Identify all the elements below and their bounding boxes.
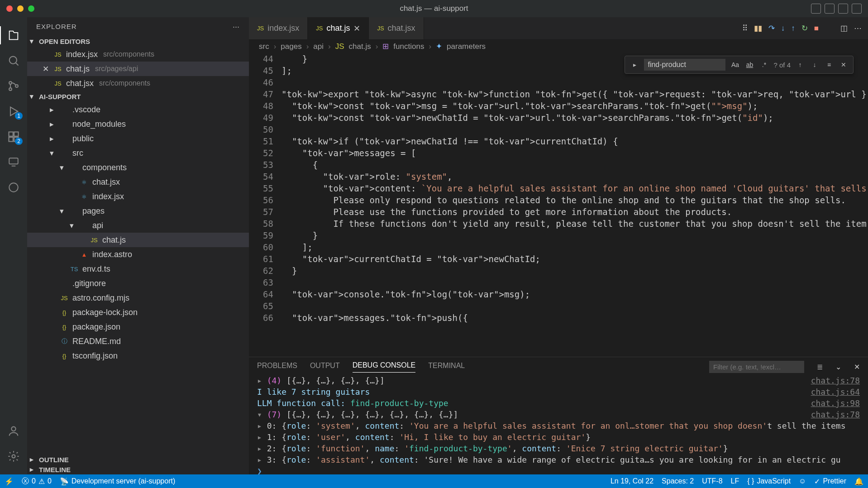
editor-tabs: JS index.jsxJS chat.js✕JS chat.jsx ⠿ ▮▮ … (249, 17, 868, 40)
panel-clear-icon[interactable]: ≣ (817, 363, 823, 371)
tab-output[interactable]: OUTPUT (310, 362, 340, 373)
debug-line[interactable]: ▾ (7) [{…}, {…}, {…}, {…}, {…}, {…}, {…}… (257, 409, 860, 420)
editor-content[interactable]: }];"tok-kw">export "tok-kw">async "tok-k… (281, 53, 868, 357)
file-item[interactable]: {} tsconfig.json (27, 349, 249, 363)
file-icon: ⚛ (80, 193, 89, 200)
folder-item[interactable]: ▾ api (27, 218, 249, 233)
tab-debug-console[interactable]: DEBUG CONSOLE (353, 361, 416, 373)
drag-handle-icon[interactable]: ⠿ (742, 24, 748, 33)
encoding-status[interactable]: UTF-8 (702, 477, 722, 485)
indentation-status[interactable]: Spaces: 2 (662, 477, 694, 485)
debug-line[interactable]: I like 7 string guitarschat.js:64 (257, 386, 860, 397)
file-item[interactable]: ▲ index.astro (27, 247, 249, 262)
maximize-window[interactable] (28, 5, 34, 12)
debug-restart-icon[interactable]: ↻ (801, 24, 808, 33)
debug-line[interactable]: ▸ 3: {role: 'assistant', content: 'Sure!… (257, 454, 860, 465)
split-editor-icon[interactable]: ◫ (840, 24, 848, 33)
open-editors-header[interactable]: ▾ OPEN EDITORS (27, 36, 249, 46)
file-icon: ⚛ (80, 179, 89, 186)
panel-collapse-icon[interactable]: ⌄ (835, 363, 841, 371)
tab-terminal[interactable]: TERMINAL (428, 362, 465, 373)
run-debug-icon[interactable]: 1 (0, 99, 27, 124)
accounts-icon[interactable] (0, 418, 27, 444)
search-icon[interactable] (0, 48, 27, 73)
panel-filter-input[interactable] (709, 361, 804, 373)
layout-sidebar-right-icon[interactable] (838, 4, 848, 14)
folder-item[interactable]: ▸ .vscode (27, 102, 249, 117)
more-actions-icon[interactable]: ⋯ (854, 24, 862, 33)
file-icon: JS (90, 237, 99, 244)
edge-icon[interactable] (0, 175, 27, 200)
debug-line[interactable]: LLM function call: find-product-by-typec… (257, 397, 860, 409)
source-control-icon[interactable] (0, 73, 27, 99)
editor-tab[interactable]: JS chat.jsx (369, 17, 424, 39)
layout-panel-icon[interactable] (825, 4, 835, 14)
minimize-window[interactable] (17, 5, 24, 12)
close-window[interactable] (6, 5, 13, 12)
errors-status[interactable]: ⓧ 0 ⚠ 0 (22, 477, 52, 486)
debug-pause-icon[interactable]: ▮▮ (754, 24, 762, 33)
file-item[interactable]: JS astro.config.mjs (27, 291, 249, 305)
remote-status[interactable]: ⚡ (5, 477, 14, 486)
debug-line[interactable]: ▸ 2: {role: 'function', name: 'find-prod… (257, 443, 860, 454)
debug-step-out-icon[interactable]: ↑ (791, 24, 795, 33)
open-editor-item[interactable]: ✕ JS chat.jssrc/pages/api (27, 62, 249, 76)
file-item[interactable]: ⓘ README.md (27, 334, 249, 349)
dev-server-status[interactable]: 📡 Development server (ai-support) (60, 477, 175, 486)
chevron-icon: ▾ (70, 221, 76, 230)
panel-close-icon[interactable]: ✕ (854, 363, 860, 371)
activity-bar: 1 2 (0, 17, 27, 474)
remote-icon[interactable] (0, 149, 27, 175)
file-item[interactable]: {} package-lock.json (27, 305, 249, 320)
file-item[interactable]: ⚛ chat.jsx (27, 175, 249, 189)
outline-header[interactable]: ▸ OUTLINE (27, 455, 249, 464)
copilot-status-icon[interactable]: ☺ (799, 477, 806, 485)
extensions-badge: 2 (15, 138, 23, 145)
settings-icon[interactable] (0, 444, 27, 469)
folder-item[interactable]: ▸ node_modules (27, 117, 249, 131)
explorer-icon[interactable] (0, 23, 27, 48)
eol-status[interactable]: LF (731, 477, 739, 485)
close-icon[interactable]: ✕ (353, 24, 360, 33)
explorer-more-icon[interactable]: ⋯ (233, 23, 240, 31)
folder-item[interactable]: ▸ public (27, 131, 249, 146)
debug-line[interactable]: ▸ 0: {role: 'system', content: 'You are … (257, 420, 860, 431)
debug-step-over-icon[interactable]: ↷ (768, 24, 775, 33)
line-gutter: 4445464748495051525354555657585960616263… (249, 53, 281, 357)
open-editor-item[interactable]: JS chat.jsxsrc/components (27, 76, 249, 91)
layout-customize-icon[interactable] (852, 4, 862, 14)
folder-item[interactable]: ▾ pages (27, 204, 249, 218)
debug-step-into-icon[interactable]: ↓ (781, 24, 785, 33)
debug-line[interactable]: ▸ (4) [{…}, {…}, {…}, {…}]chat.js:78 (257, 375, 860, 386)
file-item[interactable]: {} package.json (27, 320, 249, 334)
explorer-title: EXPLORER (36, 23, 77, 31)
debug-line[interactable]: ▸ 1: {role: 'user', content: 'Hi, I like… (257, 431, 860, 443)
file-item[interactable]: .gitignore (27, 276, 249, 291)
status-bar: ⚡ ⓧ 0 ⚠ 0 📡 Development server (ai-suppo… (0, 474, 868, 488)
debug-prompt[interactable]: ❯ (257, 466, 262, 474)
close-icon[interactable]: ✕ (42, 64, 50, 74)
file-icon: JS (60, 295, 69, 301)
file-icon: ⓘ (60, 337, 69, 345)
file-item[interactable]: JS chat.js (27, 233, 249, 247)
titlebar: chat.js — ai-support (0, 0, 868, 17)
file-item[interactable]: ⚛ index.jsx (27, 189, 249, 204)
folder-item[interactable]: ▾ components (27, 160, 249, 175)
debug-stop-icon[interactable]: ■ (814, 24, 819, 33)
language-status[interactable]: { } JavaScript (747, 477, 791, 485)
project-header[interactable]: ▾ AI-SUPPORT (27, 91, 249, 101)
folder-item[interactable]: ▾ src (27, 146, 249, 160)
tab-problems[interactable]: PROBLEMS (257, 362, 297, 373)
layout-sidebar-left-icon[interactable] (811, 4, 821, 14)
breadcrumb[interactable]: src› pages› api› JS chat.js› ⊞ functions… (249, 40, 868, 53)
open-editor-item[interactable]: JS index.jsxsrc/components (27, 47, 249, 62)
editor-tab[interactable]: JS chat.js✕ (308, 17, 369, 39)
editor-tab[interactable]: JS index.jsx (249, 17, 308, 39)
chevron-icon: ▾ (50, 148, 56, 158)
file-item[interactable]: TS env.d.ts (27, 262, 249, 276)
cursor-position[interactable]: Ln 19, Col 22 (610, 477, 653, 485)
prettier-status[interactable]: ✓ Prettier (814, 477, 846, 486)
extensions-icon[interactable]: 2 (0, 124, 27, 149)
notifications-icon[interactable]: 🔔 (854, 477, 863, 486)
timeline-header[interactable]: ▸ TIMELINE (27, 464, 249, 474)
